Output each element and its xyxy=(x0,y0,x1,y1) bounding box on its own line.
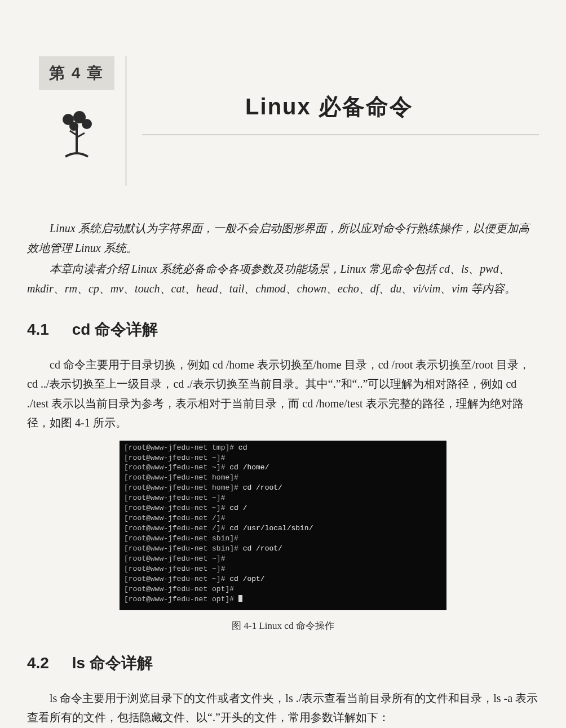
section-title: cd 命令详解 xyxy=(72,321,158,338)
terminal-line: [root@www-jfedu-net ~]# xyxy=(124,554,442,564)
section-4-1-heading: 4.1 cd 命令详解 xyxy=(27,319,539,340)
cursor-icon xyxy=(238,595,242,602)
chapter-title: Linux 必备命令 xyxy=(142,91,539,135)
terminal-line: [root@www-jfedu-net /]# xyxy=(124,513,442,523)
section-title: ls 命令详解 xyxy=(72,654,153,672)
chapter-number-text: 第 4 章 xyxy=(49,63,104,84)
figure-4-1-caption: 图 4-1 Linux cd 命令操作 xyxy=(27,619,539,632)
chapter-header-row: 第 4 章 Linux 必备命令 xyxy=(27,56,539,186)
svg-point-2 xyxy=(82,119,92,129)
section-4-2-paragraph: ls 命令主要用于浏览目录下的文件或者文件夹，ls ./表示查看当前目录所有的文… xyxy=(27,689,539,727)
section-4-2-heading: 4.2 ls 命令详解 xyxy=(27,652,539,674)
section-4-1-body: cd 命令主要用于目录切换，例如 cd /home 表示切换至/home 目录，… xyxy=(27,355,539,433)
section-4-2-body: ls 命令主要用于浏览目录下的文件或者文件夹，ls ./表示查看当前目录所有的文… xyxy=(27,689,539,727)
chapter-left-column: 第 4 章 xyxy=(27,56,126,163)
terminal-line: [root@www-jfedu-net ~]# xyxy=(124,493,442,503)
chapter-title-column: Linux 必备命令 xyxy=(126,56,539,186)
terminal-line: [root@www-jfedu-net home]# cd /root/ xyxy=(124,483,442,493)
terminal-line: [root@www-jfedu-net ~]# cd /opt/ xyxy=(124,574,442,584)
terminal-line: [root@www-jfedu-net home]# xyxy=(124,473,442,483)
terminal-figure-wrap: [root@www-jfedu-net tmp]# cd[root@www-jf… xyxy=(27,441,539,610)
terminal-line: [root@www-jfedu-net opt]# xyxy=(124,584,442,594)
terminal-line: [root@www-jfedu-net sbin]# xyxy=(124,534,442,544)
terminal-line: [root@www-jfedu-net opt]# xyxy=(124,594,442,605)
intro-paragraph-1: Linux 系统启动默认为字符界面，一般不会启动图形界面，所以应对命令行熟练操作… xyxy=(27,219,539,258)
section-number: 4.2 xyxy=(27,654,68,672)
chapter-intro: Linux 系统启动默认为字符界面，一般不会启动图形界面，所以应对命令行熟练操作… xyxy=(27,219,539,299)
section-number: 4.1 xyxy=(27,321,68,339)
terminal-line: [root@www-jfedu-net ~]# cd / xyxy=(124,503,442,513)
page-content: 第 4 章 Linux 必备命令 Linux 系统启动默认为字符界面，一般不会启… xyxy=(27,0,539,727)
terminal-line: [root@www-jfedu-net /]# cd /usr/local/sb… xyxy=(124,523,442,534)
terminal-line: [root@www-jfedu-net ~]# cd /home/ xyxy=(124,463,442,473)
terminal-screenshot: [root@www-jfedu-net tmp]# cd[root@www-jf… xyxy=(120,441,446,610)
terminal-line: [root@www-jfedu-net tmp]# cd xyxy=(124,443,442,453)
section-4-1-paragraph: cd 命令主要用于目录切换，例如 cd /home 表示切换至/home 目录，… xyxy=(27,355,539,433)
chapter-number-box: 第 4 章 xyxy=(39,56,114,90)
intro-paragraph-2: 本章向读者介绍 Linux 系统必备命令各项参数及功能场景，Linux 常见命令… xyxy=(27,259,539,299)
terminal-line: [root@www-jfedu-net ~]# xyxy=(124,564,442,574)
terminal-line: [root@www-jfedu-net ~]# xyxy=(124,453,442,463)
terminal-line: [root@www-jfedu-net sbin]# cd /root/ xyxy=(124,544,442,554)
decorative-tree-icon xyxy=(54,107,99,163)
